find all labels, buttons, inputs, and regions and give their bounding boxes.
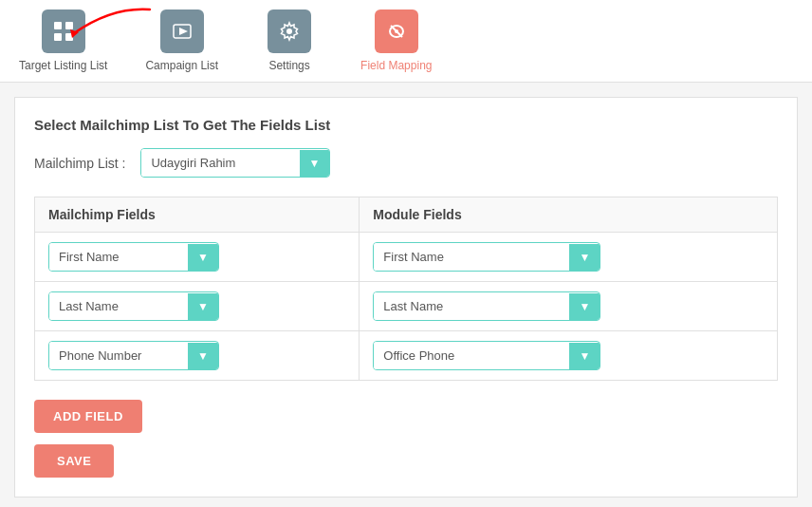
main-content: Select Mailchimp List To Get The Fields … — [14, 97, 798, 498]
mailchimp-field-dropdown-0[interactable]: First Name ▼ — [48, 242, 219, 272]
nav-item-target-listing-list[interactable]: Target Listing List — [19, 9, 107, 72]
campaign-list-label: Campaign List — [145, 59, 218, 72]
target-listing-list-label: Target Listing List — [19, 59, 107, 72]
module-field-chevron-icon-2: ▼ — [569, 343, 600, 369]
module-field-value-0: First Name — [374, 243, 569, 271]
mailchimp-field-value-2: Phone Number — [49, 342, 188, 369]
table-row: First Name ▼ First Name ▼ — [35, 233, 778, 282]
svg-rect-3 — [54, 33, 62, 41]
mailchimp-field-value-0: First Name — [49, 243, 188, 271]
field-mapping-icon — [375, 9, 418, 53]
mailchimp-field-chevron-icon-1: ▼ — [188, 293, 218, 320]
mailchimp-list-chevron-icon: ▼ — [300, 150, 330, 177]
table-row: Phone Number ▼ Office Phone ▼ — [35, 331, 778, 381]
fields-table: Mailchimp Fields Module Fields First Nam… — [34, 197, 778, 381]
mailchimp-field-chevron-icon-2: ▼ — [188, 343, 218, 369]
settings-label: Settings — [268, 59, 309, 72]
module-field-chevron-icon-1: ▼ — [569, 293, 600, 320]
module-field-dropdown-2[interactable]: Office Phone ▼ — [373, 341, 600, 370]
nav-item-field-mapping[interactable]: Field Mapping — [360, 9, 432, 72]
svg-point-7 — [286, 28, 292, 34]
table-row: Last Name ▼ Last Name ▼ — [35, 282, 778, 331]
mailchimp-field-value-1: Last Name — [49, 292, 188, 320]
mailchimp-field-dropdown-1[interactable]: Last Name ▼ — [48, 291, 219, 321]
mailchimp-list-value: Udaygiri Rahim — [141, 149, 299, 177]
section-title: Select Mailchimp List To Get The Fields … — [34, 117, 778, 133]
svg-rect-4 — [65, 33, 73, 41]
mailchimp-field-dropdown-2[interactable]: Phone Number ▼ — [48, 341, 219, 370]
campaign-list-icon — [160, 9, 204, 53]
module-field-value-2: Office Phone — [374, 342, 569, 369]
nav-item-campaign-list[interactable]: Campaign List — [145, 9, 218, 72]
col-module-fields: Module Fields — [360, 197, 778, 233]
mailchimp-list-label: Mailchimp List : — [34, 156, 125, 171]
add-field-button[interactable]: ADD FIELD — [34, 400, 142, 433]
module-field-value-1: Last Name — [374, 292, 569, 320]
svg-rect-2 — [65, 22, 73, 29]
mailchimp-field-chevron-icon-0: ▼ — [188, 244, 218, 271]
mailchimp-list-row: Mailchimp List : Udaygiri Rahim ▼ — [34, 148, 778, 178]
module-field-chevron-icon-0: ▼ — [569, 244, 600, 271]
top-nav: Target Listing List Campaign List Settin… — [0, 0, 812, 83]
col-mailchimp-fields: Mailchimp Fields — [35, 197, 360, 233]
svg-marker-6 — [179, 28, 188, 35]
svg-rect-1 — [54, 22, 62, 29]
target-listing-list-icon — [42, 9, 85, 53]
mailchimp-list-dropdown[interactable]: Udaygiri Rahim ▼ — [140, 148, 330, 178]
nav-item-settings[interactable]: Settings — [256, 9, 323, 72]
settings-icon — [268, 9, 311, 53]
module-field-dropdown-0[interactable]: First Name ▼ — [373, 242, 600, 272]
module-field-dropdown-1[interactable]: Last Name ▼ — [373, 291, 600, 321]
save-button[interactable]: SAVE — [34, 444, 114, 478]
field-mapping-label: Field Mapping — [360, 59, 432, 72]
